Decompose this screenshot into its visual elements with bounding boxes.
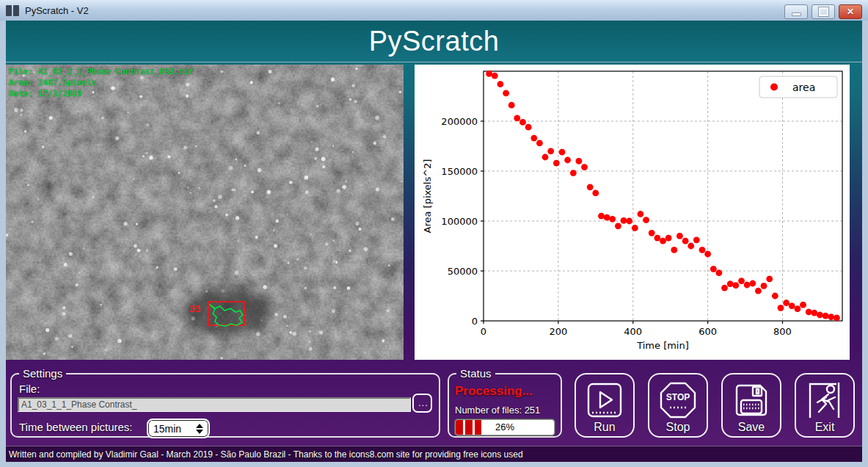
close-icon: ✕: [847, 7, 854, 16]
status-group: Status Processing... Number of files: 25…: [448, 367, 562, 438]
main-content: File: A1_03_1_1_Phase Contrast_063.tif A…: [6, 62, 862, 446]
processing-status-text: Processing...: [455, 384, 533, 399]
play-icon: [584, 380, 625, 421]
status-group-label: Status: [456, 367, 495, 380]
svg-text:800: 800: [773, 326, 792, 337]
run-button[interactable]: Run: [575, 373, 635, 438]
window-title: PyScratch - V2: [25, 5, 89, 16]
settings-group-label: Settings: [19, 367, 66, 380]
stop-icon-text: STOP: [666, 392, 690, 402]
maximize-icon: [819, 7, 828, 16]
footer-bar: Written and compiled by Vladimir Gaal - …: [6, 446, 862, 462]
stop-sign-icon: STOP: [657, 380, 699, 421]
exit-button[interactable]: Exit: [795, 373, 855, 438]
title-bar[interactable]: PyScratch - V2 ✕: [0, 0, 868, 21]
spinner-down-icon[interactable]: [196, 430, 203, 434]
browse-button[interactable]: ...: [412, 394, 432, 413]
interval-value: 15min: [148, 423, 194, 435]
svg-text:Area [pixels^2]: Area [pixels^2]: [422, 159, 433, 234]
svg-text:200: 200: [549, 326, 567, 337]
app-header: PyScratch: [6, 21, 862, 62]
svg-text:150000: 150000: [441, 166, 478, 177]
app-icon: [6, 5, 19, 16]
stop-button-label: Stop: [666, 421, 690, 434]
settings-group: Settings File: ... Time between pictures…: [10, 367, 440, 438]
interval-spinner[interactable]: 15min: [147, 419, 210, 438]
scratch-id-label: 33: [189, 303, 201, 314]
area-scatter-chart: 0200400600800050000100000150000200000Tim…: [415, 65, 850, 360]
svg-text:0: 0: [472, 316, 478, 327]
app-window: PyScratch - V2 ✕ PyScratch: [0, 0, 868, 467]
minimize-button[interactable]: [784, 4, 808, 19]
svg-text:50000: 50000: [448, 266, 478, 277]
close-button[interactable]: ✕: [839, 4, 862, 19]
progress-bar: 26%: [455, 419, 555, 435]
stop-button[interactable]: STOP Stop: [648, 373, 708, 438]
minimize-icon: [792, 12, 801, 16]
file-input[interactable]: [18, 397, 411, 412]
save-button[interactable]: Save: [721, 373, 781, 438]
floppy-disk-icon: [731, 380, 772, 421]
svg-text:Time [min]: Time [min]: [636, 340, 689, 351]
interval-label: Time between pictures:: [19, 421, 133, 433]
maximize-button[interactable]: [812, 4, 835, 19]
chart-panel: 0200400600800050000100000150000200000Tim…: [415, 65, 850, 360]
exit-button-label: Exit: [815, 421, 835, 434]
svg-text:100000: 100000: [441, 216, 478, 227]
run-button-label: Run: [594, 421, 615, 434]
svg-text:200000: 200000: [441, 116, 478, 127]
save-button-label: Save: [738, 421, 765, 434]
svg-text:400: 400: [624, 326, 642, 337]
svg-text:600: 600: [699, 326, 717, 337]
app-title: PyScratch: [369, 26, 500, 57]
file-label: File:: [19, 383, 40, 395]
overlay-file-text: File: A1_03_1_1_Phase Contrast_063.tif: [9, 67, 194, 76]
spinner-arrows[interactable]: [194, 424, 205, 434]
runner-exit-icon: [804, 380, 845, 421]
svg-text:area: area: [792, 82, 815, 93]
overlay-area-text: Area: 2487.5pixels: [9, 78, 96, 87]
progress-percent-label: 26%: [456, 421, 554, 432]
spinner-up-icon[interactable]: [196, 424, 203, 428]
microscopy-image-panel: File: A1_03_1_1_Phase Contrast_063.tif A…: [6, 65, 404, 360]
svg-text:0: 0: [481, 326, 486, 337]
overlay-date-text: Date: 17/3/2019: [9, 89, 81, 98]
phase-contrast-image: [6, 65, 404, 360]
number-of-files-text: Number of files: 251: [455, 405, 540, 416]
footer-credits-text: Written and compiled by Vladimir Gaal - …: [9, 449, 523, 460]
